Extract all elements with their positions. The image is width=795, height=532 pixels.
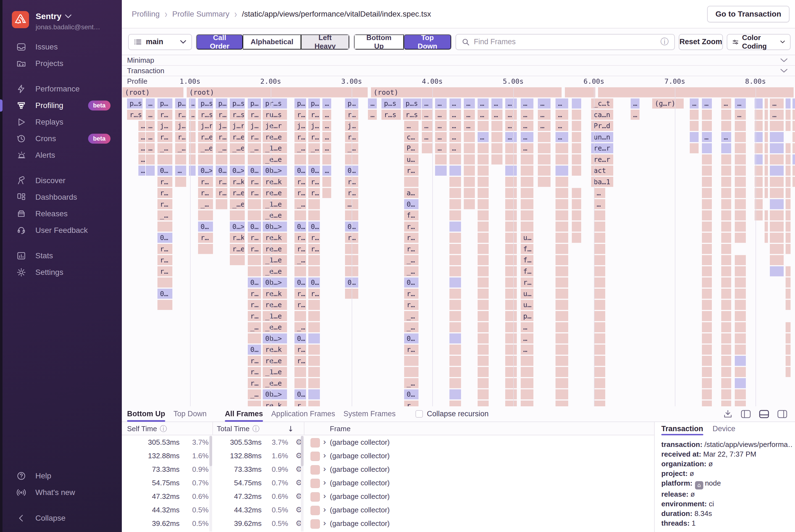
- detail-project: project: ø: [661, 469, 792, 478]
- frame-name[interactable]: (garbage collector): [330, 438, 390, 446]
- expand-chevron-icon[interactable]: ›: [323, 505, 326, 514]
- expand-chevron-icon[interactable]: ›: [323, 464, 326, 473]
- sort-option-left-heavy[interactable]: Left Heavy: [301, 35, 349, 50]
- frame-color-swatch: [310, 452, 320, 461]
- main-content: Profiling › Profile Summary › /static/ap…: [122, 0, 795, 532]
- total-time-value: 39.62ms: [214, 519, 262, 528]
- search-info-icon[interactable]: ⓘ: [661, 36, 669, 48]
- sidebar-item-projects[interactable]: Projects: [0, 55, 122, 72]
- list-icon: [134, 38, 142, 46]
- scrollbar-thumb[interactable]: [209, 436, 212, 466]
- dock-right-icon[interactable]: [777, 410, 787, 418]
- collapse-recursion-checkbox[interactable]: [415, 410, 423, 418]
- replays-icon: [17, 117, 26, 127]
- chevron-down-icon[interactable]: [780, 58, 788, 62]
- chevron-down-icon[interactable]: [780, 69, 788, 73]
- sidebar-item-user-feedback[interactable]: User Feedback: [0, 222, 122, 239]
- frame-name[interactable]: (garbage collector): [330, 492, 390, 501]
- details-tab-transaction[interactable]: Transaction: [661, 422, 703, 435]
- tab-bottom-up[interactable]: Bottom Up: [127, 406, 165, 422]
- total-time-value: 305.53ms: [214, 438, 262, 446]
- scrollbar-track[interactable]: [209, 436, 212, 531]
- stats-icon: [17, 251, 26, 261]
- sort-option-alphabetical[interactable]: Alphabetical: [243, 35, 301, 50]
- sidebar-item-settings[interactable]: Settings: [0, 264, 122, 281]
- breadcrumb-profiling[interactable]: Profiling: [132, 10, 160, 19]
- sidebar-item-profiling[interactable]: Profilingbeta: [0, 97, 122, 114]
- expand-chevron-icon[interactable]: ›: [323, 437, 326, 446]
- expand-chevron-icon[interactable]: ›: [323, 451, 326, 460]
- table-row[interactable]: 39.62ms0.5%39.62ms0.5%⚙︎›(garbage collec…: [122, 516, 654, 530]
- table-row[interactable]: 44.32ms0.5%44.32ms0.5%⚙︎›(garbage collec…: [122, 503, 654, 516]
- sidebar-item-label: Stats: [35, 251, 53, 260]
- tab-system-frames[interactable]: System Frames: [343, 406, 396, 422]
- tab-application-frames[interactable]: Application Frames: [271, 406, 335, 422]
- sidebar-item-dashboards[interactable]: Dashboards: [0, 189, 122, 206]
- sidebar-item-performance[interactable]: Performance: [0, 81, 122, 97]
- detail-duration: duration: 8.34s: [661, 509, 792, 518]
- flamegraph-canvas[interactable]: [122, 76, 795, 406]
- sidebar-item-help[interactable]: Help: [0, 468, 122, 484]
- topbar: Profiling › Profile Summary › /static/ap…: [122, 0, 795, 28]
- sidebar-item-what-s-new[interactable]: What's new: [0, 484, 122, 501]
- table-row[interactable]: 132.88ms1.6%132.88ms1.6%⚙︎›(garbage coll…: [122, 449, 654, 462]
- sidebar-item-crons[interactable]: Cronsbeta: [0, 130, 122, 147]
- org-chevron-down-icon[interactable]: [65, 14, 72, 19]
- expand-chevron-icon[interactable]: ›: [323, 478, 326, 487]
- self-time-value: 39.62ms: [127, 519, 179, 528]
- thread-select[interactable]: main: [128, 34, 192, 50]
- download-icon[interactable]: [723, 410, 733, 418]
- color-coding-button[interactable]: Color Coding: [727, 34, 791, 50]
- total-time-percent: 1.6%: [264, 452, 288, 460]
- app-root: Sentry jonas.badalic@sent… IssuesProject…: [0, 0, 795, 532]
- table-row[interactable]: 54.75ms0.7%54.75ms0.7%⚙︎›(garbage collec…: [122, 476, 654, 490]
- sidebar-item-alerts[interactable]: Alerts: [0, 147, 122, 164]
- total-time-percent: 3.7%: [264, 438, 288, 446]
- dock-left-icon[interactable]: [741, 410, 751, 418]
- find-frames-search[interactable]: ⓘ: [455, 34, 675, 50]
- frame-header[interactable]: Frame: [330, 422, 351, 435]
- go-to-transaction-button[interactable]: Go to Transaction: [707, 6, 790, 22]
- frame-name[interactable]: (garbage collector): [330, 506, 390, 514]
- discover-icon: [17, 176, 26, 185]
- direction-option-bottom-up[interactable]: Bottom Up: [354, 35, 404, 50]
- reset-zoom-button[interactable]: Reset Zoom: [679, 34, 723, 50]
- tab-all-frames[interactable]: All Frames: [225, 406, 263, 422]
- total-time-percent: 0.7%: [264, 479, 288, 487]
- scrollbar-thumb[interactable]: [301, 436, 304, 466]
- beta-badge: beta: [88, 100, 111, 111]
- detail-threads: threads: 1: [661, 518, 792, 528]
- transaction-band[interactable]: Transaction: [122, 66, 795, 76]
- sidebar-item-releases[interactable]: Releases: [0, 206, 122, 222]
- total-time-header[interactable]: Total Timeⓘ: [217, 422, 260, 435]
- table-row[interactable]: 305.53ms3.7%305.53ms3.7%⚙︎›(garbage coll…: [122, 435, 654, 449]
- sidebar-item-replays[interactable]: Replays: [0, 114, 122, 130]
- expand-chevron-icon[interactable]: ›: [323, 518, 326, 528]
- breadcrumb-separator-icon: ›: [234, 8, 237, 20]
- breadcrumb-profile-summary[interactable]: Profile Summary: [172, 10, 230, 19]
- direction-option-top-down[interactable]: Top Down: [404, 35, 451, 50]
- self-time-header[interactable]: Self Timeⓘ: [127, 422, 167, 435]
- dock-bottom-icon[interactable]: [759, 410, 769, 418]
- expand-chevron-icon[interactable]: ›: [323, 491, 326, 500]
- details-tab-device[interactable]: Device: [713, 422, 736, 435]
- frame-name[interactable]: (garbage collector): [330, 519, 390, 528]
- scrollbar-track[interactable]: [301, 436, 304, 531]
- sidebar-item-issues[interactable]: Issues: [0, 39, 122, 55]
- tab-top-down[interactable]: Top Down: [173, 406, 207, 422]
- frame-name[interactable]: (garbage collector): [330, 479, 390, 487]
- sidebar-item-discover[interactable]: Discover: [0, 172, 122, 189]
- sort-option-call-order[interactable]: Call Order: [196, 35, 243, 50]
- table-row[interactable]: 73.33ms0.9%73.33ms0.9%⚙︎›(garbage collec…: [122, 462, 654, 476]
- sort-direction-icon[interactable]: ↓: [287, 422, 294, 435]
- sentry-logo-icon[interactable]: [12, 11, 29, 28]
- frame-name[interactable]: (garbage collector): [330, 452, 390, 460]
- sidebar-item-collapse[interactable]: Collapse: [0, 510, 122, 527]
- frame-name[interactable]: (garbage collector): [330, 465, 390, 474]
- sidebar-item-label: Alerts: [35, 151, 55, 160]
- table-row[interactable]: 47.32ms0.6%47.32ms0.6%⚙︎›(garbage collec…: [122, 490, 654, 503]
- minimap-band[interactable]: Minimap: [122, 55, 795, 66]
- find-frames-input[interactable]: [474, 38, 657, 46]
- sidebar-item-stats[interactable]: Stats: [0, 247, 122, 264]
- org-name[interactable]: Sentry: [36, 12, 61, 21]
